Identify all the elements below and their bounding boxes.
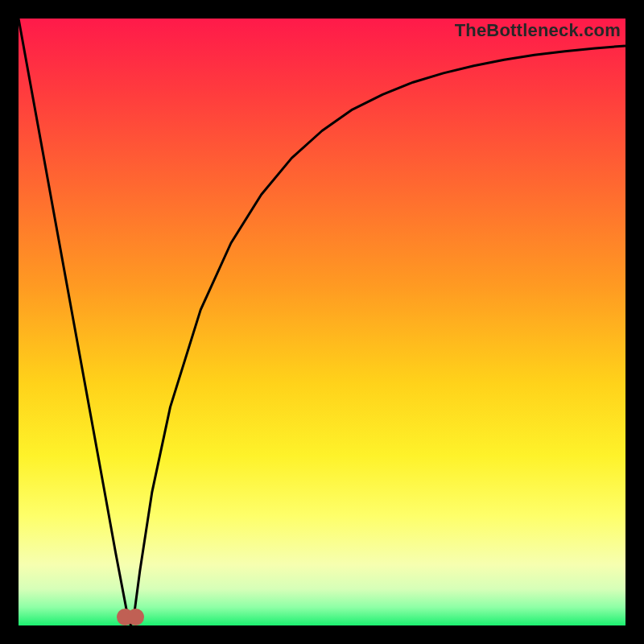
curve-svg bbox=[19, 19, 625, 625]
chart-frame: TheBottleneck.com bbox=[19, 19, 625, 625]
attribution-text: TheBottleneck.com bbox=[455, 20, 621, 41]
dip-marker bbox=[117, 606, 144, 625]
curve-path bbox=[19, 19, 625, 625]
chart-plot-area: TheBottleneck.com bbox=[19, 19, 625, 625]
